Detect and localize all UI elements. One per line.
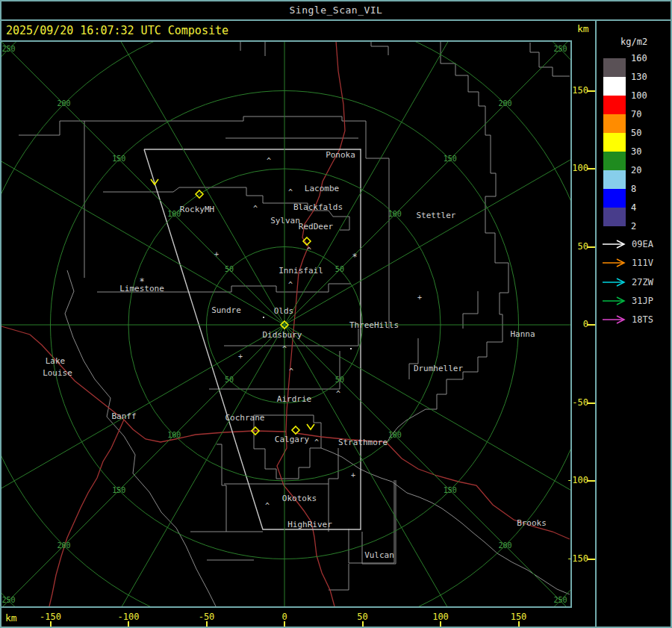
city-label-stettler: Stettler bbox=[417, 211, 456, 220]
ring-label-200: 200 bbox=[499, 99, 512, 108]
ring-label-250: 250 bbox=[553, 596, 567, 604]
caret-marker: ^ bbox=[282, 345, 287, 353]
county-boundary-line bbox=[217, 444, 226, 532]
caret-marker: ^ bbox=[265, 502, 270, 510]
radar-id-label: 31JP bbox=[632, 296, 653, 306]
ring-label-100: 100 bbox=[388, 210, 402, 218]
plus-marker: + bbox=[417, 293, 422, 302]
right-axis-label: 50 bbox=[559, 241, 588, 252]
radar-id-label: 27ZW bbox=[632, 277, 653, 287]
radar-id-label: 18TS bbox=[632, 314, 653, 325]
scale-value-label: 70 bbox=[631, 109, 641, 119]
caret-marker: ^ bbox=[289, 367, 293, 376]
city-label-brooks: Brooks bbox=[517, 518, 547, 528]
city-label-highriver: HighRiver bbox=[287, 520, 332, 529]
radar-legend-row-31JP: 31JP bbox=[601, 296, 670, 306]
ring-label-200: 200 bbox=[499, 541, 512, 550]
scale-swatch-160 bbox=[603, 58, 626, 77]
highway-line bbox=[1, 326, 286, 442]
city-label-threehills: ThreeHills bbox=[349, 320, 399, 330]
ring-label-150: 150 bbox=[112, 486, 125, 494]
city-label-sylvan: Sylvan bbox=[270, 216, 300, 226]
radar-map-canvas[interactable]: 5050505010010010010015015015015020020020… bbox=[0, 40, 572, 608]
dot-marker bbox=[350, 348, 352, 349]
27zw-arrow-icon bbox=[601, 277, 629, 287]
storm-direction-arrow-marker bbox=[307, 424, 314, 429]
ring-label-100: 100 bbox=[167, 210, 181, 218]
city-label-okotoks: Okotoks bbox=[282, 494, 317, 503]
bottom-axis-label: 150 bbox=[500, 612, 538, 622]
ring-label-150: 150 bbox=[112, 155, 125, 163]
azimuth-spoke-60deg bbox=[284, 116, 572, 325]
ring-label-200: 200 bbox=[57, 541, 70, 550]
bottom-axis-tick bbox=[440, 621, 441, 627]
highway-line bbox=[286, 41, 345, 432]
city-label-strathmore: Strathmore bbox=[338, 438, 388, 447]
scale-value-label: 50 bbox=[631, 128, 641, 138]
right-axis-tick bbox=[587, 246, 595, 248]
right-axis-tick bbox=[587, 168, 595, 170]
city-label-calgary: Calgary bbox=[275, 435, 310, 444]
ring-label-250: 250 bbox=[553, 45, 567, 53]
city-label-drumheller: Drumheller bbox=[414, 364, 464, 373]
city-label-banff: Banff bbox=[111, 411, 136, 421]
county-boundary-line bbox=[19, 121, 84, 278]
scale-swatch-50 bbox=[603, 133, 626, 152]
legend-panel-separator bbox=[595, 19, 597, 628]
county-boundary-line bbox=[254, 415, 321, 479]
ring-label-100: 100 bbox=[167, 431, 181, 439]
caret-marker: ^ bbox=[288, 188, 293, 196]
caret-marker: ^ bbox=[314, 438, 319, 447]
radar-id-label: 09EA bbox=[632, 239, 653, 249]
window-title: Single_Scan_VIL bbox=[290, 4, 383, 16]
right-axis-tick bbox=[587, 324, 595, 326]
bottom-axis-tick bbox=[362, 621, 364, 627]
bottom-axis-tick bbox=[206, 621, 208, 627]
right-axis-label: -150 bbox=[559, 553, 588, 564]
title-separator bbox=[0, 19, 672, 21]
azimuth-spoke-120deg bbox=[284, 325, 572, 534]
app-window: Single_Scan_VIL 2025/09/20 16:07:32 UTC … bbox=[0, 0, 672, 628]
asterisk-marker: * bbox=[352, 252, 357, 262]
radar-legend-row-09EA: 09EA bbox=[601, 239, 670, 249]
ring-label-150: 150 bbox=[444, 486, 457, 494]
right-axis-label: -100 bbox=[559, 475, 588, 485]
city-labels: PonokaLacombeBlackfaldsSylvanRedDeerInni… bbox=[43, 150, 547, 560]
radar-site-diamond-marker bbox=[292, 426, 299, 434]
city-label-didsbury: Didsbury bbox=[263, 330, 302, 340]
caret-marker: ^ bbox=[307, 246, 311, 255]
radar-legend-row-27ZW: 27ZW bbox=[601, 277, 670, 287]
azimuth-spoke-210deg bbox=[75, 325, 284, 608]
radar-legend-row-18TS: 18TS bbox=[601, 314, 670, 325]
scale-swatch-130 bbox=[603, 77, 626, 96]
city-label-airdrie: Airdrie bbox=[277, 394, 311, 404]
bottom-axis-tick bbox=[518, 621, 520, 627]
18ts-arrow-icon bbox=[601, 314, 629, 325]
dot-marker bbox=[263, 317, 264, 318]
city-label-limestone: Limestone bbox=[119, 284, 164, 293]
scale-swatch-30 bbox=[603, 152, 626, 170]
bottom-axis-tick bbox=[50, 621, 52, 627]
azimuth-spokes bbox=[0, 40, 572, 608]
scale-swatch-8 bbox=[603, 189, 626, 208]
bottom-axis-unit-label: km bbox=[5, 612, 17, 624]
scale-swatch-4 bbox=[603, 208, 626, 226]
bottom-axis-label: 100 bbox=[422, 612, 459, 622]
right-axis-label: 0 bbox=[559, 319, 588, 329]
radar-legend-row-111V: 111V bbox=[601, 258, 670, 268]
azimuth-spoke-225deg bbox=[0, 325, 284, 608]
ring-label-50: 50 bbox=[225, 376, 234, 384]
bottom-axis-label: -150 bbox=[32, 612, 69, 622]
scale-value-label: 160 bbox=[631, 53, 647, 63]
scale-swatch-70 bbox=[603, 114, 626, 133]
azimuth-spoke-300deg bbox=[0, 116, 284, 325]
caret-marker: ^ bbox=[253, 205, 258, 213]
city-label-hanna: Hanna bbox=[510, 329, 535, 339]
plus-marker: + bbox=[238, 352, 243, 361]
bottom-axis-label: 50 bbox=[344, 612, 382, 622]
plus-marker: + bbox=[351, 471, 355, 479]
caret-marker: ^ bbox=[336, 390, 340, 398]
right-axis-tick bbox=[587, 402, 595, 404]
scale-value-label: 30 bbox=[631, 146, 641, 157]
111v-arrow-icon bbox=[601, 258, 629, 268]
